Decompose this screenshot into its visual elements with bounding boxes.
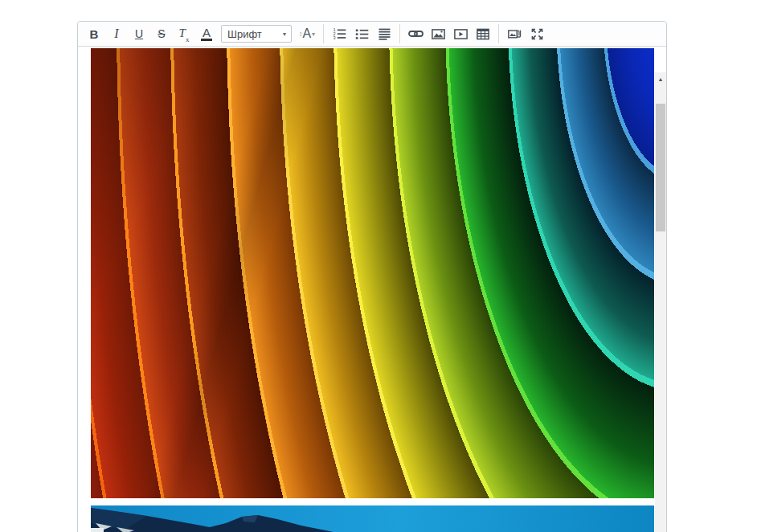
italic-icon: I (114, 27, 118, 41)
editor-content-area[interactable]: ▲ (78, 47, 666, 532)
underline-button[interactable]: U (128, 23, 150, 44)
scroll-up-arrow-icon: ▲ (658, 76, 664, 82)
font-family-value: Шрифт (222, 28, 283, 40)
image-upload-button[interactable] (503, 23, 526, 44)
maximize-button[interactable] (526, 23, 548, 44)
table-icon (477, 28, 489, 40)
scrollbar-thumb[interactable] (656, 104, 665, 231)
mountain-landscape-image[interactable] (91, 505, 654, 532)
media-play-icon (454, 28, 468, 40)
media-button[interactable] (449, 23, 472, 44)
mountain-silhouette (91, 505, 654, 532)
strikethrough-icon: S (158, 27, 165, 40)
text-color-icon: A (201, 27, 212, 41)
bulleted-list-icon (355, 27, 369, 40)
editor-toolbar: B I U S Tx A Шрифт ▾ ↕ A ▾ (78, 22, 666, 47)
numbered-list-icon: 123 (333, 27, 346, 40)
bold-icon: B (90, 27, 99, 41)
image-icon (432, 28, 445, 40)
italic-button[interactable]: I (105, 23, 128, 44)
table-button[interactable] (472, 23, 494, 44)
font-size-button[interactable]: ↕ A ▾ (295, 23, 319, 44)
toolbar-separator (498, 24, 499, 43)
vertical-scrollbar[interactable]: ▲ (655, 72, 666, 532)
chevron-down-icon: ▾ (283, 31, 291, 38)
justify-icon (378, 27, 391, 40)
font-family-dropdown[interactable]: Шрифт ▾ (221, 25, 292, 43)
strikethrough-button[interactable]: S (150, 23, 173, 44)
link-button[interactable] (404, 23, 427, 44)
scroll-up-button[interactable]: ▲ (655, 72, 666, 85)
remove-format-icon: Tx (179, 27, 190, 42)
svg-text:3: 3 (333, 35, 335, 40)
bulleted-list-button[interactable] (350, 23, 373, 44)
underline-icon: U (135, 27, 143, 40)
chevron-down-icon: ▾ (312, 31, 315, 38)
toolbar-separator (399, 24, 400, 43)
remove-format-button[interactable]: Tx (173, 23, 195, 44)
maximize-icon (531, 28, 543, 40)
rich-text-editor: B I U S Tx A Шрифт ▾ ↕ A ▾ (77, 21, 667, 532)
justify-button[interactable] (373, 23, 395, 44)
bold-button[interactable]: B (83, 23, 105, 44)
image-button[interactable] (427, 23, 449, 44)
font-size-icon: A (302, 27, 311, 41)
numbered-list-button[interactable]: 123 (328, 23, 350, 44)
link-icon (408, 29, 424, 39)
text-color-button[interactable]: A (195, 23, 218, 44)
image-upload-paperclip-icon (508, 28, 522, 40)
toolbar-separator (323, 24, 324, 43)
rainbow-arcs-image[interactable] (91, 48, 654, 498)
